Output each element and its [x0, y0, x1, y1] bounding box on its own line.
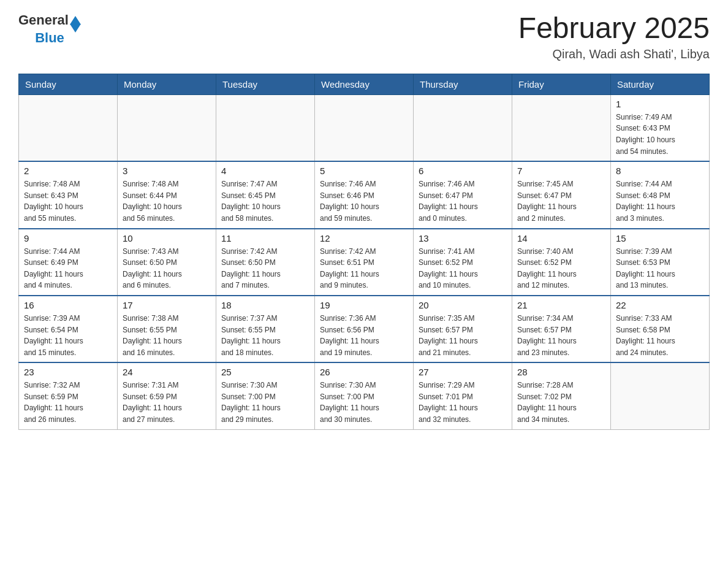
logo-text-blue: Blue	[35, 30, 64, 46]
day-info: Sunrise: 7:40 AM Sunset: 6:52 PM Dayligh…	[517, 246, 605, 291]
day-number: 17	[123, 300, 211, 310]
day-number: 3	[123, 166, 211, 176]
table-row: 13Sunrise: 7:41 AM Sunset: 6:52 PM Dayli…	[414, 229, 512, 296]
table-row: 1Sunrise: 7:49 AM Sunset: 6:43 PM Daylig…	[611, 94, 710, 161]
day-number: 22	[616, 300, 704, 310]
day-info: Sunrise: 7:36 AM Sunset: 6:56 PM Dayligh…	[320, 313, 408, 358]
col-thursday: Thursday	[414, 74, 512, 94]
table-row: 19Sunrise: 7:36 AM Sunset: 6:56 PM Dayli…	[315, 296, 414, 362]
table-row: 27Sunrise: 7:29 AM Sunset: 7:01 PM Dayli…	[414, 362, 512, 429]
day-number: 21	[517, 300, 605, 310]
day-number: 12	[320, 233, 408, 243]
day-number: 16	[24, 300, 112, 310]
day-info: Sunrise: 7:34 AM Sunset: 6:57 PM Dayligh…	[517, 313, 605, 358]
table-row: 7Sunrise: 7:45 AM Sunset: 6:47 PM Daylig…	[512, 161, 611, 228]
table-row: 6Sunrise: 7:46 AM Sunset: 6:47 PM Daylig…	[414, 161, 512, 228]
day-number: 20	[419, 300, 507, 310]
table-row: 17Sunrise: 7:38 AM Sunset: 6:55 PM Dayli…	[118, 296, 216, 362]
day-info: Sunrise: 7:42 AM Sunset: 6:50 PM Dayligh…	[221, 246, 309, 291]
table-row: 21Sunrise: 7:34 AM Sunset: 6:57 PM Dayli…	[512, 296, 611, 362]
col-wednesday: Wednesday	[315, 74, 414, 94]
col-sunday: Sunday	[19, 74, 118, 94]
day-number: 11	[221, 233, 309, 243]
table-row: 14Sunrise: 7:40 AM Sunset: 6:52 PM Dayli…	[512, 229, 611, 296]
table-row: 8Sunrise: 7:44 AM Sunset: 6:48 PM Daylig…	[611, 161, 710, 228]
logo-arrow-up	[70, 16, 81, 25]
table-row: 2Sunrise: 7:48 AM Sunset: 6:43 PM Daylig…	[19, 161, 118, 228]
page-header: General Blue February 2025 Qirah, Wadi a…	[18, 12, 710, 61]
day-info: Sunrise: 7:48 AM Sunset: 6:43 PM Dayligh…	[24, 178, 112, 224]
table-row: 15Sunrise: 7:39 AM Sunset: 6:53 PM Dayli…	[611, 229, 710, 296]
table-row	[512, 94, 611, 161]
day-number: 13	[419, 233, 507, 243]
day-info: Sunrise: 7:39 AM Sunset: 6:54 PM Dayligh…	[24, 313, 112, 358]
day-info: Sunrise: 7:38 AM Sunset: 6:55 PM Dayligh…	[123, 313, 211, 358]
day-info: Sunrise: 7:32 AM Sunset: 6:59 PM Dayligh…	[24, 380, 112, 425]
col-saturday: Saturday	[611, 74, 710, 94]
table-row: 5Sunrise: 7:46 AM Sunset: 6:46 PM Daylig…	[315, 161, 414, 228]
col-friday: Friday	[512, 74, 611, 94]
month-title: February 2025	[518, 12, 710, 45]
day-info: Sunrise: 7:31 AM Sunset: 6:59 PM Dayligh…	[123, 380, 211, 425]
day-number: 26	[320, 367, 408, 377]
day-info: Sunrise: 7:43 AM Sunset: 6:50 PM Dayligh…	[123, 246, 211, 291]
table-row	[414, 94, 512, 161]
table-row: 16Sunrise: 7:39 AM Sunset: 6:54 PM Dayli…	[19, 296, 118, 362]
table-row: 23Sunrise: 7:32 AM Sunset: 6:59 PM Dayli…	[19, 362, 118, 429]
day-info: Sunrise: 7:42 AM Sunset: 6:51 PM Dayligh…	[320, 246, 408, 291]
table-row: 11Sunrise: 7:42 AM Sunset: 6:50 PM Dayli…	[216, 229, 315, 296]
day-number: 19	[320, 300, 408, 310]
location-title: Qirah, Wadi ash Shati', Libya	[518, 47, 710, 61]
day-number: 23	[24, 367, 112, 377]
table-row: 18Sunrise: 7:37 AM Sunset: 6:55 PM Dayli…	[216, 296, 315, 362]
day-number: 27	[419, 367, 507, 377]
table-row: 3Sunrise: 7:48 AM Sunset: 6:44 PM Daylig…	[118, 161, 216, 228]
day-info: Sunrise: 7:41 AM Sunset: 6:52 PM Dayligh…	[419, 246, 507, 291]
day-info: Sunrise: 7:28 AM Sunset: 7:02 PM Dayligh…	[517, 380, 605, 425]
col-tuesday: Tuesday	[216, 74, 315, 94]
day-number: 9	[24, 233, 112, 243]
calendar-table: Sunday Monday Tuesday Wednesday Thursday…	[18, 74, 710, 430]
day-info: Sunrise: 7:35 AM Sunset: 6:57 PM Dayligh…	[419, 313, 507, 358]
day-info: Sunrise: 7:46 AM Sunset: 6:46 PM Dayligh…	[320, 178, 408, 224]
table-row: 24Sunrise: 7:31 AM Sunset: 6:59 PM Dayli…	[118, 362, 216, 429]
day-info: Sunrise: 7:47 AM Sunset: 6:45 PM Dayligh…	[221, 178, 309, 224]
table-row: 26Sunrise: 7:30 AM Sunset: 7:00 PM Dayli…	[315, 362, 414, 429]
table-row: 20Sunrise: 7:35 AM Sunset: 6:57 PM Dayli…	[414, 296, 512, 362]
logo: General Blue	[18, 12, 81, 46]
table-row: 22Sunrise: 7:33 AM Sunset: 6:58 PM Dayli…	[611, 296, 710, 362]
day-number: 7	[517, 166, 605, 176]
day-number: 5	[320, 166, 408, 176]
day-number: 28	[517, 367, 605, 377]
day-info: Sunrise: 7:44 AM Sunset: 6:48 PM Dayligh…	[616, 178, 704, 224]
day-info: Sunrise: 7:30 AM Sunset: 7:00 PM Dayligh…	[320, 380, 408, 425]
table-row: 28Sunrise: 7:28 AM Sunset: 7:02 PM Dayli…	[512, 362, 611, 429]
day-number: 1	[616, 99, 704, 109]
day-info: Sunrise: 7:49 AM Sunset: 6:43 PM Dayligh…	[616, 112, 704, 157]
table-row: 10Sunrise: 7:43 AM Sunset: 6:50 PM Dayli…	[118, 229, 216, 296]
day-number: 8	[616, 166, 704, 176]
calendar-header-row: Sunday Monday Tuesday Wednesday Thursday…	[19, 74, 710, 94]
day-number: 10	[123, 233, 211, 243]
table-row: 25Sunrise: 7:30 AM Sunset: 7:00 PM Dayli…	[216, 362, 315, 429]
table-row	[315, 94, 414, 161]
logo-text-general: General	[18, 12, 69, 28]
day-info: Sunrise: 7:30 AM Sunset: 7:00 PM Dayligh…	[221, 380, 309, 425]
day-info: Sunrise: 7:44 AM Sunset: 6:49 PM Dayligh…	[24, 246, 112, 291]
day-info: Sunrise: 7:48 AM Sunset: 6:44 PM Dayligh…	[123, 178, 211, 224]
day-info: Sunrise: 7:45 AM Sunset: 6:47 PM Dayligh…	[517, 178, 605, 224]
table-row	[611, 362, 710, 429]
table-row: 4Sunrise: 7:47 AM Sunset: 6:45 PM Daylig…	[216, 161, 315, 228]
title-area: February 2025 Qirah, Wadi ash Shati', Li…	[518, 12, 710, 61]
day-info: Sunrise: 7:46 AM Sunset: 6:47 PM Dayligh…	[419, 178, 507, 224]
col-monday: Monday	[118, 74, 216, 94]
day-info: Sunrise: 7:39 AM Sunset: 6:53 PM Dayligh…	[616, 246, 704, 291]
day-number: 6	[419, 166, 507, 176]
day-number: 25	[221, 367, 309, 377]
table-row	[216, 94, 315, 161]
day-number: 2	[24, 166, 112, 176]
day-info: Sunrise: 7:37 AM Sunset: 6:55 PM Dayligh…	[221, 313, 309, 358]
day-number: 4	[221, 166, 309, 176]
day-number: 14	[517, 233, 605, 243]
table-row	[118, 94, 216, 161]
